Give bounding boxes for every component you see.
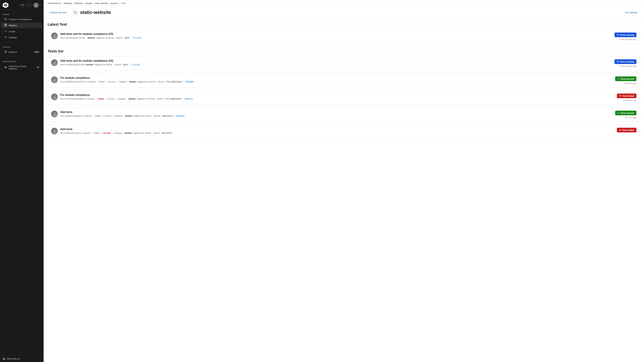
sidebar-item-hashicorp-cloud[interactable]: HashiCorp Cloud Platform — [1, 64, 42, 71]
test-timestamp: a few seconds ago — [620, 65, 636, 67]
latest-timestamp: a few seconds ago — [620, 38, 636, 40]
sidebar-item-explorer[interactable]: Explorer Beta — [1, 49, 42, 55]
content-area: Latest Test Add tests and fix module com… — [44, 18, 644, 362]
run-id: #trun-FDmNHGyUdaap6rFk — [60, 98, 85, 100]
registry-icon — [4, 24, 7, 27]
sidebar-item-projects[interactable]: Projects & workspaces — [1, 16, 42, 22]
test-list-item: Add tests #trun-BXqtiiJD1HraCcix 0 passe… — [48, 124, 640, 138]
svg-rect-13 — [4, 67, 6, 68]
test-commit[interactable]: b94e5ac — [185, 98, 193, 100]
test-trigger: triggered via GitHub — [137, 98, 155, 100]
sidebar-item-settings[interactable]: Settings › — [1, 34, 42, 40]
test-run-title: Add tests and fix module compliance (#3) — [60, 59, 607, 62]
stat-skipped: 4 skipped — [114, 132, 122, 134]
chart-icon — [4, 30, 7, 33]
module-icon — [72, 9, 78, 15]
test-body: Fix module compliance #trun-MoMD8mvhhAEB… — [60, 76, 607, 83]
tests-list-section: Tests list Add tests and fix module comp… — [48, 49, 640, 138]
test-run-title: Fix module compliance — [60, 76, 607, 79]
breadcrumb-registry[interactable]: Registry — [64, 2, 72, 4]
run-id: #trun-MoMD8mvhhAEB3CPo — [60, 81, 86, 83]
svg-point-3 — [22, 4, 23, 6]
latest-test-avatar — [51, 32, 58, 39]
check-icon: ✓ — [618, 77, 620, 80]
latest-test-section: Latest Test Add tests and fix module com… — [48, 22, 640, 44]
test-body: Fix module compliance #trun-FDmNHGyUdaap… — [60, 93, 607, 100]
test-meta: #trun-BXqtiiJD1HraCcix 0 passed | 0 fail… — [60, 132, 607, 134]
test-commit[interactable]: 65b8d04 — [186, 81, 194, 83]
breadcrumb-provider[interactable]: azurerm — [110, 2, 118, 4]
tests-list-title: Tests list — [48, 49, 640, 53]
page-title-area: static-website — [72, 9, 111, 15]
breadcrumb-modules[interactable]: Modules — [75, 2, 83, 4]
breadcrumb-org[interactable]: HashiCafe-inc — [48, 2, 62, 4]
latest-test-body: Add tests and fix module compliance (#3)… — [60, 32, 607, 39]
test-right: ✕ Tests failed — [610, 128, 636, 132]
stat-passed: 6 passed — [88, 81, 96, 83]
test-trigger: triggered via GitHub — [134, 115, 152, 117]
latest-commit[interactable]: fc1c219 — [133, 37, 142, 39]
breadcrumb-current: Tests — [121, 2, 126, 4]
test-commit[interactable]: fc1c219 — [131, 63, 140, 66]
svg-point-25 — [54, 95, 55, 97]
manage-section-label: Manage — [0, 10, 44, 16]
breadcrumb-private[interactable]: private — [85, 2, 92, 4]
visibility-section-label: Visibility — [0, 43, 44, 49]
test-timestamp: 18 hours ago — [625, 116, 636, 119]
page-title: static-website — [80, 10, 111, 15]
test-branch: fix-compliance — [165, 80, 183, 83]
stat-skipped: 0 skipped — [117, 98, 126, 100]
latest-test-run-title: Add tests and fix module compliance (#3) — [60, 32, 607, 35]
sidebar-item-usage[interactable]: Usage — [1, 28, 42, 34]
test-run-title: Fix module compliance — [60, 93, 607, 96]
latest-test-title: Latest Test — [48, 22, 640, 27]
org-chevron-icon: ⇅ — [39, 358, 41, 360]
test-status-label: Tests passed — [620, 112, 634, 114]
test-meta: #trun-ewrXfWuDg3UVsm6q danbarr triggered… — [60, 63, 607, 66]
svg-rect-17 — [3, 359, 4, 360]
breadcrumb-sep-6: / — [120, 2, 120, 4]
test-branch: add-tests — [161, 132, 173, 134]
test-avatar — [51, 128, 58, 134]
run-id: #trun-daij44nUVayrgdCK — [60, 115, 82, 117]
help-button[interactable]: ? — [27, 2, 32, 8]
stat-skipped: 0 skipped — [118, 81, 126, 83]
explorer-icon — [4, 50, 7, 53]
run-id: #trun-ewrXfWuDg3UVsm6q — [60, 63, 85, 66]
back-to-module-link[interactable]: ← Module overview — [48, 11, 67, 14]
test-avatar — [51, 111, 58, 117]
x-icon: ✕ — [619, 94, 621, 97]
test-timestamp: 14 minutes ago — [623, 99, 636, 102]
test-avatar — [51, 76, 58, 83]
test-commit[interactable]: 5a82584 — [176, 115, 184, 117]
sidebar-item-registry[interactable]: Registry — [1, 22, 42, 28]
test-meta: #trun-daij44nUVayrgdCK 5 passed | 0 fail… — [60, 115, 607, 117]
external-link-icon — [36, 66, 40, 69]
search-button[interactable] — [20, 2, 25, 8]
stat-passed: 5 passed — [86, 98, 94, 100]
test-settings-link[interactable]: Test Settings → — [625, 11, 640, 14]
org-selector[interactable]: HashiCafe-inc ⇅ — [0, 355, 44, 362]
test-trigger: triggered via GitHub — [133, 132, 151, 134]
sidebar-header-icons: ? — [20, 2, 41, 8]
test-status-label: Tests failed — [622, 129, 634, 131]
breadcrumb: HashiCafe-inc / Registry / Modules / pri… — [44, 0, 644, 7]
test-status-badge: ✕ Tests failed — [617, 93, 636, 98]
breadcrumb-sep-1: / — [62, 2, 63, 4]
test-status-badge: ✕ Tests failed — [617, 128, 636, 132]
latest-test-card: Add tests and fix module compliance (#3)… — [48, 29, 640, 44]
latest-user: danbarr — [88, 37, 95, 39]
test-run-title: Add tests — [60, 111, 607, 114]
stat-errored: 0 errored — [103, 115, 111, 117]
test-user: danbarr — [129, 81, 137, 83]
run-id: #trun-BXqtiiJD1HraCcix — [60, 132, 82, 134]
user-menu[interactable] — [33, 2, 41, 8]
test-body: Add tests #trun-daij44nUVayrgdCK 5 passe… — [60, 111, 607, 117]
stat-failed: 1 failed — [97, 98, 104, 100]
test-meta: #trun-MoMD8mvhhAEB3CPo 6 passed | 0 fail… — [60, 80, 607, 83]
test-user: danbarr — [124, 132, 132, 134]
breadcrumb-module[interactable]: static-website — [94, 2, 108, 4]
test-list-item: Fix module compliance #trun-MoMD8mvhhAEB… — [48, 73, 640, 88]
svg-point-24 — [54, 78, 55, 80]
cloud-icon — [4, 66, 7, 69]
